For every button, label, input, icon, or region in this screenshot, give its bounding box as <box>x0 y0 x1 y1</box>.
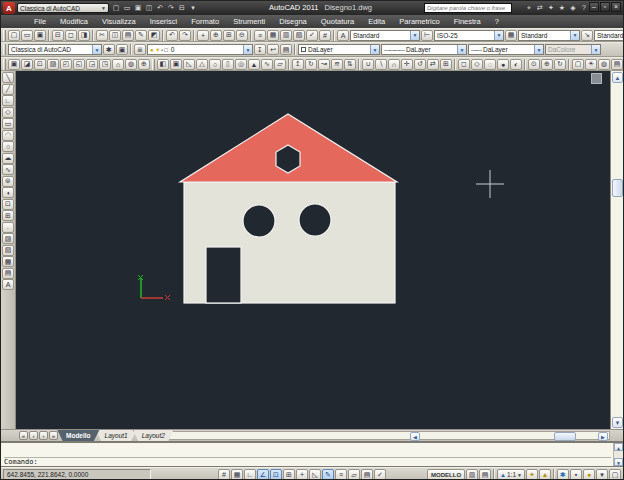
realistic-style-icon[interactable]: ● <box>497 59 509 70</box>
workspace-settings-icon[interactable]: ✱ <box>103 44 115 55</box>
table-style-select[interactable]: Standard ▼ <box>518 30 580 41</box>
zoom-window-icon[interactable]: ⊞ <box>223 30 235 41</box>
construction-line-icon[interactable]: ╱ <box>2 84 14 95</box>
scroll-down-icon[interactable]: ▼ <box>614 458 623 466</box>
polyline-icon[interactable]: ∟ <box>2 95 14 106</box>
attach-xref-icon[interactable]: ⊡ <box>34 59 46 70</box>
toolbar-grip[interactable] <box>3 59 6 70</box>
quick-calc-icon[interactable]: # <box>319 30 331 41</box>
tab-last-button[interactable]: » <box>49 431 58 440</box>
image-quality-icon[interactable]: ◳ <box>99 59 111 70</box>
save-icon[interactable]: ▣ <box>34 30 46 41</box>
cone-icon[interactable]: △ <box>196 59 208 70</box>
toolbar-lock-icon[interactable]: ▪ <box>570 469 582 480</box>
3d-align-icon[interactable]: ⇄ <box>427 59 439 70</box>
annotation-scale-button[interactable]: ▲ 1:1 ▼ <box>497 469 525 480</box>
attach-image-icon[interactable]: ◰ <box>60 59 72 70</box>
ellipse-icon[interactable]: ⊜ <box>2 176 14 187</box>
close-button[interactable]: × <box>611 2 621 12</box>
menu-file[interactable]: File <box>27 15 53 28</box>
continuous-orbit-icon[interactable]: ↻ <box>554 59 566 70</box>
3d-array-icon[interactable]: ⊞ <box>440 59 452 70</box>
dyn-toggle[interactable]: ✎ <box>322 469 334 480</box>
copy-icon[interactable]: ◫ <box>109 30 121 41</box>
menu-inserisci[interactable]: Inserisci <box>143 15 185 28</box>
clip-xref-icon[interactable]: ▨ <box>47 59 59 70</box>
wedge-icon[interactable]: ◺ <box>183 59 195 70</box>
grid-toggle[interactable]: ▦ <box>231 469 243 480</box>
table-style-icon[interactable]: ▦ <box>505 30 517 41</box>
restore-button[interactable]: ▫ <box>600 2 610 12</box>
zoom-previous-icon[interactable]: ⊖ <box>236 30 248 41</box>
region-icon[interactable]: ▦ <box>2 256 14 267</box>
conceptual-style-icon[interactable]: ◐ <box>510 59 522 70</box>
sc-toggle[interactable]: ✓ <box>374 469 386 480</box>
free-orbit-icon[interactable]: ⊕ <box>541 59 553 70</box>
make-block-icon[interactable]: ⊞ <box>2 210 14 221</box>
tool-palettes-icon[interactable]: ▥ <box>280 30 292 41</box>
planar-surface-icon[interactable]: ▱ <box>274 59 286 70</box>
constrained-orbit-icon[interactable]: ⊙ <box>528 59 540 70</box>
cut-icon[interactable]: ✂ <box>96 30 108 41</box>
polar-toggle[interactable]: ∠ <box>257 469 269 480</box>
loft-icon[interactable]: ≋ <box>331 59 343 70</box>
plot-preview-icon[interactable]: ◻ <box>65 30 77 41</box>
menu-help[interactable]: ? <box>488 15 506 28</box>
osnap-toggle[interactable]: ⊡ <box>270 469 282 480</box>
tab-prev-button[interactable]: ‹ <box>29 431 38 440</box>
ducs-toggle[interactable]: ◺ <box>309 469 321 480</box>
annotation-autoscale-icon[interactable]: ▲ <box>539 469 551 480</box>
match-properties-icon[interactable]: ✎ <box>135 30 147 41</box>
hatch-icon[interactable]: ▨ <box>2 233 14 244</box>
clean-screen-icon[interactable]: ▢ <box>609 469 621 480</box>
3d-wireframe-icon[interactable]: ◇ <box>471 59 483 70</box>
open-icon[interactable]: ▭ <box>21 30 33 41</box>
workspace-select[interactable]: Classica di AutoCAD ▼ <box>8 44 102 55</box>
redo-icon[interactable]: ↷ <box>179 30 191 41</box>
vertical-scroll-thumb[interactable] <box>612 179 623 197</box>
ortho-toggle[interactable]: ∟ <box>244 469 256 480</box>
edit-reference-icon[interactable]: ◪ <box>21 59 33 70</box>
dim-style-select[interactable]: ISO-25 ▼ <box>434 30 504 41</box>
tpy-toggle[interactable]: ▱ <box>348 469 360 480</box>
workspace-selector[interactable]: Classica di AutoCAD ▼ <box>17 3 109 13</box>
line-icon[interactable]: ╲ <box>2 72 14 83</box>
model-space-button[interactable]: MODELLO <box>427 469 465 480</box>
lights-icon[interactable]: ☀ <box>585 59 597 70</box>
menu-finestra[interactable]: Finestra <box>447 15 488 28</box>
redo-icon[interactable]: ↷ <box>166 3 176 14</box>
clip-image-icon[interactable]: ◱ <box>73 59 85 70</box>
2d-wireframe-icon[interactable]: ◻ <box>458 59 470 70</box>
publish-icon[interactable]: ◨ <box>78 30 90 41</box>
tab-layout2[interactable]: Layout2 <box>133 430 174 442</box>
materials-icon[interactable]: ◍ <box>598 59 610 70</box>
tab-layout1[interactable]: Layout1 <box>96 430 137 442</box>
scroll-down-icon[interactable]: ▼ <box>612 417 623 428</box>
linetype-select[interactable]: ———— DaLayer ▼ <box>381 44 467 55</box>
hyperlink-icon[interactable]: ⊕ <box>138 59 150 70</box>
arc-icon[interactable]: ◠ <box>2 130 14 141</box>
block-editor-icon[interactable]: ◩ <box>148 30 160 41</box>
help-icon[interactable]: ? <box>579 2 589 13</box>
circle-icon[interactable]: ○ <box>2 141 14 152</box>
rectangle-icon[interactable]: ▭ <box>2 118 14 129</box>
make-object-layer-current-icon[interactable]: ↧ <box>254 44 266 55</box>
quick-view-layouts-icon[interactable]: ▥ <box>466 469 478 480</box>
favorites-icon[interactable]: ★ <box>557 2 567 13</box>
help-search-input[interactable] <box>424 3 512 13</box>
status-tray-icon[interactable]: ● <box>583 469 595 480</box>
3dosnap-toggle[interactable]: ⊞ <box>283 469 295 480</box>
menu-disegna[interactable]: Disegna <box>272 15 314 28</box>
scroll-left-icon[interactable]: ◀ <box>410 432 420 441</box>
pan-realtime-icon[interactable]: + <box>197 30 209 41</box>
ellipse-arc-icon[interactable]: ◖ <box>2 187 14 198</box>
cylinder-icon[interactable]: ▯ <box>222 59 234 70</box>
properties-palette-icon[interactable]: ≡ <box>254 30 266 41</box>
table-icon[interactable]: ▤ <box>2 268 14 279</box>
open-icon[interactable]: ▭ <box>122 3 132 14</box>
coordinates-readout[interactable]: 642.8455, 221.8642, 0.0000 <box>3 469 151 480</box>
subscription-icon[interactable]: ✦ <box>546 2 556 13</box>
torus-icon[interactable]: ◎ <box>235 59 247 70</box>
3d-hidden-icon[interactable]: ◌ <box>484 59 496 70</box>
scroll-up-icon[interactable]: ▲ <box>612 72 623 83</box>
